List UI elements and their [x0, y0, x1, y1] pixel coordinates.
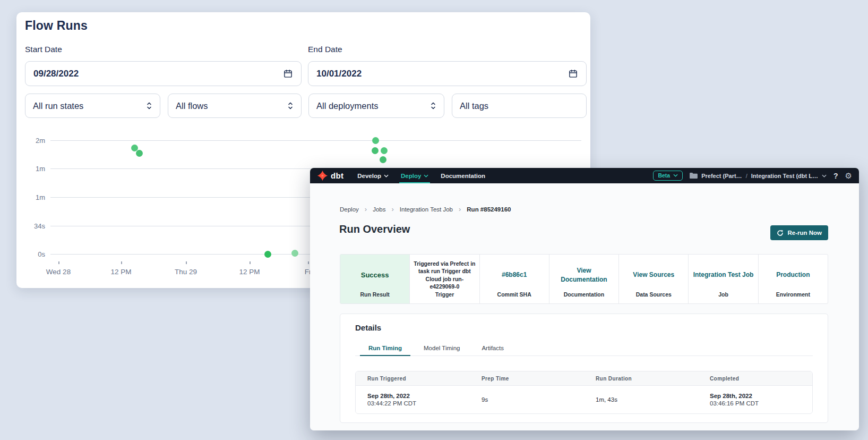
view-documentation-link[interactable]: View Documentation: [549, 255, 618, 291]
chevron-down-icon: [673, 174, 678, 177]
breadcrumb-jobs[interactable]: Jobs: [373, 206, 385, 213]
flow-run-point[interactable]: [381, 147, 388, 154]
calendar-icon: [568, 69, 578, 79]
run-status-cards: Success Run Result Triggered via Prefect…: [340, 254, 828, 304]
tags-input[interactable]: All tags: [452, 94, 587, 118]
help-icon[interactable]: ?: [833, 172, 838, 180]
run-overview-title: Run Overview: [339, 223, 410, 235]
refresh-icon: [777, 230, 784, 236]
flow-run-point[interactable]: [291, 250, 298, 257]
environment-link[interactable]: Production: [759, 255, 828, 291]
dbt-logo-icon: [317, 170, 328, 181]
calendar-icon: [283, 69, 293, 79]
dbt-cloud-window: dbt Develop Deploy Documentation Beta: [310, 168, 859, 430]
view-sources-link[interactable]: View Sources: [619, 255, 688, 291]
breadcrumb-separator: ›: [459, 205, 461, 213]
folder-icon: [690, 172, 698, 179]
dbt-body: Deploy › Jobs › Integration Test Job › R…: [310, 183, 859, 430]
run-triggered-cell: Sep 28th, 2022 03:44:22 PM CDT: [356, 393, 470, 407]
deployments-value: All deployments: [316, 101, 378, 111]
tags-value: All tags: [460, 101, 488, 111]
trigger-value: Triggered via Prefect in task run Trigge…: [410, 255, 479, 291]
job-link[interactable]: Integration Test Job: [689, 255, 758, 291]
tab-artifacts[interactable]: Artifacts: [473, 340, 512, 356]
desktop-canvas: Flow Runs Start Date End Date 09/28/2022…: [0, 0, 868, 440]
breadcrumb-separator: ›: [391, 205, 393, 213]
updown-chevron-icon: [287, 101, 294, 110]
breadcrumb-run-id: Run #85249160: [467, 206, 511, 213]
deployments-select[interactable]: All deployments: [308, 94, 444, 118]
tab-model-timing[interactable]: Model Timing: [415, 340, 468, 356]
flow-run-point[interactable]: [372, 147, 379, 154]
chevron-down-icon: [384, 174, 389, 177]
completed-cell: Sep 28th, 2022 03:46:16 PM CDT: [698, 393, 812, 407]
breadcrumb-job-name[interactable]: Integration Test Job: [400, 206, 453, 213]
dbt-top-nav: dbt Develop Deploy Documentation Beta: [310, 168, 859, 183]
updown-chevron-icon: [430, 101, 436, 110]
page-title: Flow Runs: [25, 19, 88, 33]
beta-badge[interactable]: Beta: [653, 171, 683, 181]
nav-item-develop[interactable]: Develop: [357, 168, 389, 183]
card-data-sources: View Sources Data Sources: [619, 255, 689, 303]
chevron-down-icon: [424, 174, 428, 177]
project-picker[interactable]: Prefect (Part… / Integration Test (dbt L…: [690, 172, 827, 179]
updown-chevron-icon: [146, 101, 152, 110]
nav-item-deploy[interactable]: Deploy: [401, 168, 428, 183]
dbt-logo-text: dbt: [331, 171, 343, 180]
card-documentation: View Documentation Documentation: [549, 255, 619, 303]
flow-run-point[interactable]: [372, 137, 379, 144]
flow-run-point[interactable]: [380, 156, 386, 163]
details-tabs: Run Timing Model Timing Artifacts: [355, 340, 813, 356]
table-row: Sep 28th, 2022 03:44:22 PM CDT 9s 1m, 43…: [356, 386, 812, 413]
start-date-value: 09/28/2022: [33, 69, 79, 79]
path-separator: /: [746, 173, 747, 179]
end-date-label: End Date: [308, 45, 342, 54]
flow-run-point[interactable]: [136, 150, 143, 157]
commit-sha-link[interactable]: #6b86c1: [480, 255, 549, 291]
card-commit-sha: #6b86c1 Commit SHA: [480, 255, 549, 303]
chevron-down-icon: [822, 174, 827, 177]
nav-item-documentation[interactable]: Documentation: [441, 168, 485, 183]
rerun-now-button[interactable]: Re-run Now: [770, 225, 828, 240]
breadcrumb-separator: ›: [365, 205, 367, 213]
card-job: Integration Test Job Job: [689, 255, 758, 303]
details-title: Details: [355, 323, 381, 332]
run-duration-cell: 1m, 43s: [584, 396, 698, 403]
end-date-input[interactable]: 10/01/2022: [308, 61, 587, 86]
breadcrumb-deploy[interactable]: Deploy: [340, 206, 359, 213]
flows-value: All flows: [176, 101, 208, 111]
gear-icon[interactable]: ⚙: [845, 172, 852, 180]
run-states-select[interactable]: All run states: [25, 94, 160, 118]
table-header-row: Run Triggered Prep Time Run Duration Com…: [356, 371, 812, 386]
card-trigger: Triggered via Prefect in task run Trigge…: [410, 255, 479, 303]
flows-select[interactable]: All flows: [168, 94, 302, 118]
card-run-result: Success Run Result: [340, 255, 410, 303]
run-timing-table: Run Triggered Prep Time Run Duration Com…: [355, 371, 813, 414]
breadcrumb: Deploy › Jobs › Integration Test Job › R…: [340, 205, 511, 213]
details-card: Details Run Timing Model Timing Artifact…: [340, 314, 828, 423]
run-states-value: All run states: [33, 101, 83, 111]
flow-run-point[interactable]: [264, 251, 271, 258]
end-date-value: 10/01/2022: [316, 69, 362, 79]
card-environment: Production Environment: [759, 255, 828, 303]
start-date-input[interactable]: 09/28/2022: [25, 61, 302, 86]
tab-run-timing[interactable]: Run Timing: [360, 340, 410, 356]
run-result-value: Success: [340, 255, 409, 291]
prep-time-cell: 9s: [470, 396, 584, 403]
dbt-logo[interactable]: dbt: [317, 170, 343, 181]
start-date-label: Start Date: [25, 45, 62, 54]
